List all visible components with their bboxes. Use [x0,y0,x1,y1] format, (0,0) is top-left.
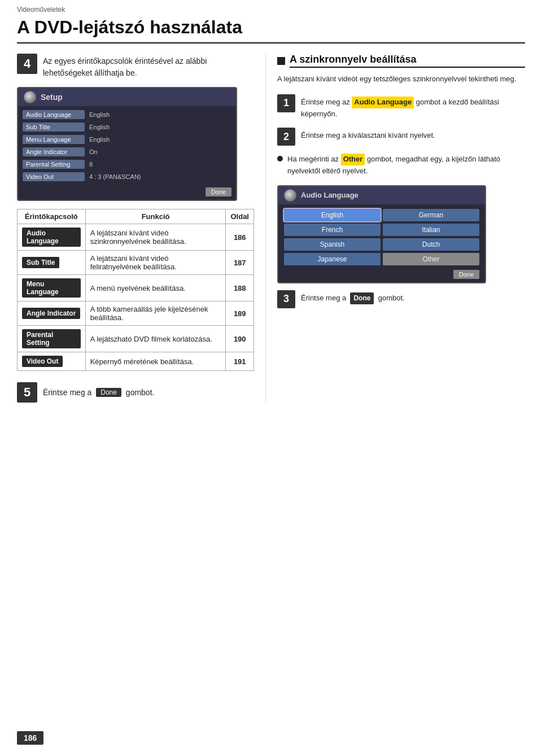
bullet-dot [277,156,283,161]
step5-text-before: Érintse meg a [43,388,91,397]
step1-text: Érintse meg az Audio Language gombot a k… [301,94,525,120]
step4-badge: 4 [17,54,37,74]
right-step-1: 1 Érintse meg az Audio Language gombot a… [277,94,525,120]
dvd-row: Video Out 4 : 3 (PAN&SCAN) [18,171,236,183]
dvd-row: Sub Title English [18,121,236,133]
col-header-page: Oldal [226,209,254,224]
feature-page-cell: 187 [226,251,254,275]
language-button[interactable]: Spanish [284,238,381,251]
right-step-2: 2 Érintse meg a kiválasztani kívánt nyel… [277,128,525,146]
dvd-label-sub: Sub Title [23,123,85,132]
feature-description-cell: A több kameraállás jele kijelzésének beá… [85,301,226,326]
dvd-row: Parental Setting 8 [18,158,236,171]
dvd-setup-title: Setup [41,93,63,102]
feature-page-cell: 186 [226,224,254,251]
language-button[interactable]: Italian [383,224,479,236]
audio-language-screen: Audio Language EnglishGermanFrenchItalia… [277,185,486,283]
dvd-row: Audio Language English [18,108,236,121]
feature-button[interactable]: Parental Setting [22,329,81,348]
dvd-value-angle: On [89,148,98,155]
breadcrumb: Videoműveletek [0,0,542,15]
dvd-value-menu: English [89,136,110,143]
feature-button[interactable]: Menu Language [22,278,81,298]
language-button[interactable]: English [284,209,381,221]
dvd-disc-icon-2 [284,189,296,202]
feature-button[interactable]: Video Out [22,356,63,367]
dvd-label-audio: Audio Language [23,110,85,119]
title-divider [17,42,525,43]
audio-language-highlight[interactable]: Audio Language [352,97,414,108]
step3-text-before: Érintse meg a [301,294,346,302]
feature-button-cell: Sub Title [18,251,86,275]
feature-button[interactable]: Sub Title [22,257,59,268]
feature-button-cell: Audio Language [18,224,86,251]
feature-page-cell: 189 [226,301,254,326]
step4-intro: 4 Az egyes érintőkapcsolók érintésével a… [17,54,254,79]
section-title: A szinkronnyelv beállítása [290,54,525,68]
dvd-setup-screen: Setup Audio Language English Sub Title E… [17,87,237,201]
section-title-bar: A szinkronnyelv beállítása [277,54,525,68]
feature-description-cell: A lejátszani kívánt videó feliratnyelvén… [85,251,226,275]
feature-button-cell: Video Out [18,352,86,371]
step5-done-label[interactable]: Done [96,388,121,397]
main-content: 4 Az egyes érintőkapcsolók érintésével a… [0,54,542,403]
page-footer: 186 [0,731,542,745]
step2-badge: 2 [277,128,295,146]
step1-text-before: Érintse meg az [301,98,350,106]
table-row: Angle IndicatorA több kameraállás jele k… [18,301,254,326]
dvd-setup-rows: Audio Language English Sub Title English… [18,106,236,185]
dvd-label-angle: Angle Indicator [23,147,85,156]
section-intro: A lejátszani kívánt videót egy tetszőleg… [277,73,525,85]
feature-page-cell: 190 [226,326,254,352]
audio-lang-title: Audio Language [301,191,359,199]
feature-button[interactable]: Audio Language [22,228,81,247]
other-label[interactable]: Other [341,154,365,165]
bullet-note: Ha megérinti az Other gombot, megadhat e… [277,154,525,177]
feature-page-cell: 188 [226,275,254,301]
feature-description-cell: A lejátszani kívánt videó szinkronnyelvé… [85,224,226,251]
feature-button[interactable]: Angle Indicator [22,308,80,319]
language-button[interactable]: French [284,224,381,236]
step5-badge: 5 [17,382,37,403]
table-row: Sub TitleA lejátszani kívánt videó felir… [18,251,254,275]
dvd-value-audio: English [89,111,110,118]
language-button[interactable]: Dutch [383,238,479,251]
dvd-setup-header: Setup [18,88,236,106]
bullet-note-text: Ha megérinti az Other gombot, megadhat e… [287,154,525,177]
col-header-function: Funkció [85,209,226,224]
right-column: A szinkronnyelv beállítása A lejátszani … [265,54,525,403]
feature-description-cell: A menü nyelvének beállítása. [85,275,226,301]
language-button[interactable]: German [383,209,479,221]
table-row: Audio LanguageA lejátszani kívánt videó … [18,224,254,251]
feature-table: Érintőkapcsoló Funkció Oldal Audio Langu… [17,209,254,371]
audio-lang-done-button[interactable]: Done [453,270,479,279]
table-row: Video OutKépernyő méretének beállítása.1… [18,352,254,371]
step4-text: Az egyes érintőkapcsolók érintésével az … [43,54,254,79]
step3-done-label[interactable]: Done [350,292,374,304]
step1-badge: 1 [277,94,295,112]
step2-text: Érintse meg a kiválasztani kívánt nyelve… [301,128,435,142]
section-title-icon [277,57,285,65]
table-row: Menu LanguageA menü nyelvének beállítása… [18,275,254,301]
feature-description-cell: Képernyő méretének beállítása. [85,352,226,371]
dvd-label-parental: Parental Setting [23,160,85,169]
feature-button-cell: Parental Setting [18,326,86,352]
dvd-row: Angle Indicator On [18,146,236,158]
dvd-value-videoout: 4 : 3 (PAN&SCAN) [89,173,141,180]
dvd-value-parental: 8 [89,161,93,168]
dvd-done-button[interactable]: Done [206,187,231,196]
dvd-label-videoout: Video Out [23,172,85,181]
dvd-row: Menu Language English [18,133,236,146]
dvd-label-menu: Menu Language [23,135,85,144]
feature-button-cell: Angle Indicator [18,301,86,326]
step5-text-after: gombot. [126,388,155,397]
feature-description-cell: A lejátszható DVD filmek korlátozása. [85,326,226,352]
bullet-text-before: Ha megérinti az [287,155,339,163]
audio-lang-grid: EnglishGermanFrenchItalianSpanishDutchJa… [278,204,485,268]
page-number: 186 [17,731,43,745]
dvd-disc-icon [24,91,36,103]
dvd-value-sub: English [89,124,110,130]
audio-lang-header: Audio Language [278,186,485,204]
language-button[interactable]: Other [383,253,479,265]
language-button[interactable]: Japanese [284,253,381,265]
